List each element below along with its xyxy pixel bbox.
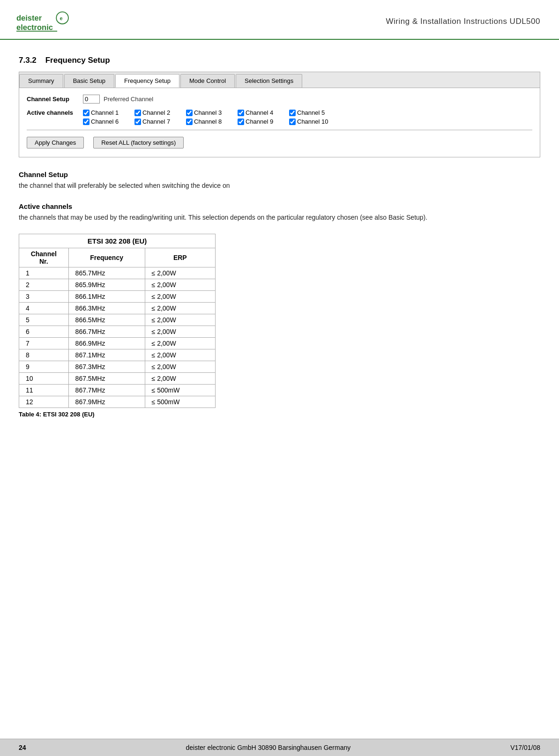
- panel-body: Channel Setup Preferred Channel Active c…: [19, 88, 540, 157]
- table-cell-erp-5: ≤ 2,00W: [145, 314, 215, 326]
- table-cell-frequency-9: 867.3MHz: [68, 361, 145, 373]
- table-cell-frequency-11: 867.7MHz: [68, 385, 145, 396]
- channel-1-checkbox[interactable]: [83, 110, 89, 116]
- channel-6-label: Channel 6: [91, 118, 119, 125]
- channel-1-item[interactable]: Channel 1: [83, 109, 130, 116]
- table-cell-erp-8: ≤ 2,00W: [145, 349, 215, 361]
- svg-rect-4: [16, 31, 57, 32]
- channel-8-item[interactable]: Channel 8: [186, 118, 233, 125]
- channel-3-checkbox[interactable]: [186, 110, 193, 116]
- channel-9-checkbox[interactable]: [238, 119, 244, 125]
- channel-1-label: Channel 1: [91, 109, 119, 116]
- active-channels-desc: Active channels the channels that may be…: [19, 202, 540, 223]
- table-cell-channel-8: 8: [19, 349, 69, 361]
- table-cell-channel-3: 3: [19, 291, 69, 303]
- table-cell-erp-10: ≤ 2,00W: [145, 373, 215, 385]
- table-title-row: ETSI 302 208 (EU): [19, 234, 216, 248]
- channel-10-item[interactable]: Channel 10: [289, 118, 336, 125]
- table-cell-erp-3: ≤ 2,00W: [145, 291, 215, 303]
- channel-setup-desc-text: the channel that will preferably be sele…: [19, 181, 540, 191]
- channel-5-checkbox[interactable]: [289, 110, 296, 116]
- table-cell-erp-11: ≤ 500mW: [145, 385, 215, 396]
- channel-4-checkbox[interactable]: [238, 110, 244, 116]
- channels-grid: Channel 1 Channel 2 Channel 3 Channel 4 …: [83, 109, 336, 125]
- table-cell-erp-2: ≤ 2,00W: [145, 279, 215, 291]
- table-cell-erp-6: ≤ 2,00W: [145, 326, 215, 338]
- main-content: 7.3.2 Frequency Setup Summary Basic Setu…: [0, 40, 559, 437]
- footer-page: 24: [19, 744, 26, 751]
- table-cell-erp-9: ≤ 2,00W: [145, 361, 215, 373]
- table-row: 3866.1MHz≤ 2,00W: [19, 291, 216, 303]
- section-title: Frequency Setup: [45, 56, 110, 65]
- tab-summary[interactable]: Summary: [19, 74, 63, 88]
- table-caption: Table 4: ETSI 302 208 (EU): [19, 411, 540, 418]
- active-channels-row: Active channels Channel 1 Channel 2 Chan…: [27, 109, 532, 125]
- channel-setup-desc-heading: Channel Setup: [19, 170, 540, 178]
- tab-mode-control[interactable]: Mode Control: [180, 74, 235, 88]
- channels-row-1: Channel 1 Channel 2 Channel 3 Channel 4 …: [83, 109, 336, 116]
- logo: deister electronic e: [14, 8, 70, 34]
- footer-version: V17/01/08: [510, 744, 540, 751]
- channel-4-label: Channel 4: [246, 109, 273, 116]
- button-row: Apply Changes Reset ALL (factory setting…: [27, 135, 532, 150]
- reset-button[interactable]: Reset ALL (factory settings): [93, 137, 184, 148]
- table-row: 8867.1MHz≤ 2,00W: [19, 349, 216, 361]
- table-row: 2865.9MHz≤ 2,00W: [19, 279, 216, 291]
- table-title: ETSI 302 208 (EU): [19, 234, 216, 248]
- frequency-setup-panel: Summary Basic Setup Frequency Setup Mode…: [19, 72, 540, 157]
- table-row: 11867.7MHz≤ 500mW: [19, 385, 216, 396]
- table-cell-channel-10: 10: [19, 373, 69, 385]
- channel-8-label: Channel 8: [194, 118, 222, 125]
- preferred-channel-text: Preferred Channel: [104, 96, 153, 103]
- table-cell-frequency-1: 865.7MHz: [68, 267, 145, 279]
- channel-5-label: Channel 5: [297, 109, 325, 116]
- table-cell-erp-12: ≤ 500mW: [145, 396, 215, 408]
- active-channels-desc-heading: Active channels: [19, 202, 540, 210]
- channel-5-item[interactable]: Channel 5: [289, 109, 336, 116]
- table-cell-channel-4: 4: [19, 303, 69, 314]
- tab-basic-setup[interactable]: Basic Setup: [64, 74, 114, 88]
- channel-9-label: Channel 9: [246, 118, 273, 125]
- channel-7-checkbox[interactable]: [134, 119, 141, 125]
- table-body: 1865.7MHz≤ 2,00W2865.9MHz≤ 2,00W3866.1MH…: [19, 267, 216, 408]
- table-row: 5866.5MHz≤ 2,00W: [19, 314, 216, 326]
- channel-setup-input[interactable]: [83, 95, 100, 104]
- channel-10-checkbox[interactable]: [289, 119, 296, 125]
- channel-9-item[interactable]: Channel 9: [238, 118, 284, 125]
- col-header-frequency: Frequency: [68, 248, 145, 267]
- channel-3-label: Channel 3: [194, 109, 222, 116]
- channel-2-checkbox[interactable]: [134, 110, 141, 116]
- col-header-erp: ERP: [145, 248, 215, 267]
- active-channels-label: Active channels: [27, 109, 83, 116]
- table-cell-channel-6: 6: [19, 326, 69, 338]
- table-row: 6866.7MHz≤ 2,00W: [19, 326, 216, 338]
- svg-text:e: e: [60, 15, 63, 21]
- data-table-wrap: ETSI 302 208 (EU) Channel Nr. Frequency …: [19, 234, 540, 418]
- table-row: 10867.5MHz≤ 2,00W: [19, 373, 216, 385]
- channel-7-item[interactable]: Channel 7: [134, 118, 181, 125]
- frequency-table: ETSI 302 208 (EU) Channel Nr. Frequency …: [19, 234, 216, 408]
- channel-setup-row: Channel Setup Preferred Channel: [27, 95, 532, 104]
- table-cell-channel-12: 12: [19, 396, 69, 408]
- table-cell-frequency-2: 865.9MHz: [68, 279, 145, 291]
- tab-frequency-setup[interactable]: Frequency Setup: [115, 74, 179, 88]
- table-cell-erp-4: ≤ 2,00W: [145, 303, 215, 314]
- table-cell-frequency-6: 866.7MHz: [68, 326, 145, 338]
- channel-6-item[interactable]: Channel 6: [83, 118, 130, 125]
- table-cell-channel-11: 11: [19, 385, 69, 396]
- col-header-channel: Channel Nr.: [19, 248, 69, 267]
- channel-2-item[interactable]: Channel 2: [134, 109, 181, 116]
- channel-3-item[interactable]: Channel 3: [186, 109, 233, 116]
- table-cell-channel-2: 2: [19, 279, 69, 291]
- apply-changes-button[interactable]: Apply Changes: [27, 137, 84, 148]
- tab-selection-settings[interactable]: Selection Settings: [236, 74, 302, 88]
- channel-6-checkbox[interactable]: [83, 119, 89, 125]
- page-footer: 24 deister electronic GmbH 30890 Barsing…: [0, 739, 559, 756]
- channel-8-checkbox[interactable]: [186, 119, 193, 125]
- table-cell-erp-1: ≤ 2,00W: [145, 267, 215, 279]
- channel-2-label: Channel 2: [142, 109, 170, 116]
- table-cell-channel-9: 9: [19, 361, 69, 373]
- svg-text:deister: deister: [16, 14, 42, 22]
- table-cell-frequency-12: 867.9MHz: [68, 396, 145, 408]
- channel-4-item[interactable]: Channel 4: [238, 109, 284, 116]
